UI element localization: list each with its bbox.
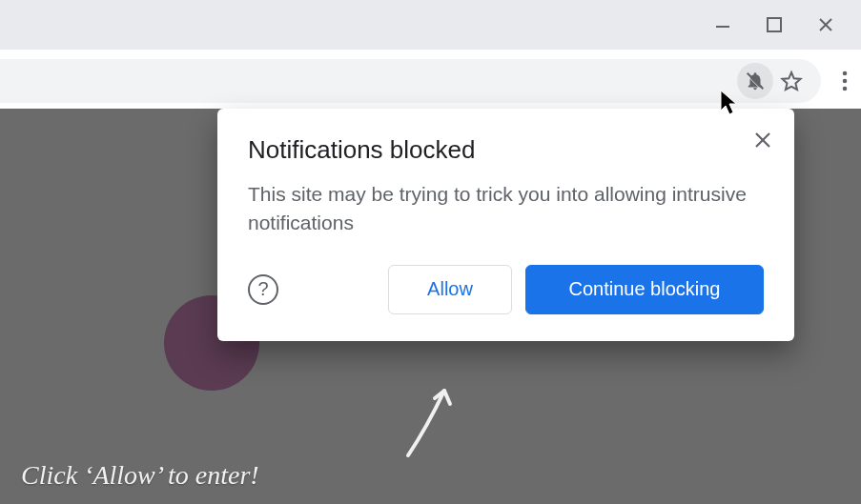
svg-rect-1	[768, 18, 781, 31]
page-hint-text: Click ‘Allow’ to enter!	[21, 460, 259, 491]
minimize-button[interactable]	[697, 0, 748, 50]
pointer-arrow-icon	[399, 379, 475, 465]
notification-blocked-icon[interactable]	[737, 63, 773, 99]
help-icon[interactable]: ?	[248, 274, 278, 305]
window-close-button[interactable]	[800, 0, 851, 50]
continue-blocking-button[interactable]: Continue blocking	[525, 265, 764, 314]
window-titlebar	[0, 0, 861, 50]
maximize-button[interactable]	[748, 0, 800, 50]
popup-body-text: This site may be trying to trick you int…	[248, 180, 753, 238]
svg-point-6	[843, 71, 848, 76]
svg-point-8	[843, 87, 848, 91]
allow-button[interactable]: Allow	[388, 265, 512, 314]
kebab-menu-icon[interactable]	[823, 59, 861, 103]
address-bar[interactable]	[0, 59, 821, 103]
popup-action-row: ? Allow Continue blocking	[248, 265, 764, 314]
popup-close-button[interactable]	[747, 124, 779, 156]
notification-blocked-popup: Notifications blocked This site may be t…	[217, 109, 794, 341]
svg-point-7	[843, 79, 848, 84]
mouse-cursor-icon	[719, 90, 740, 116]
bookmark-star-icon[interactable]	[773, 63, 810, 99]
popup-title: Notifications blocked	[248, 135, 764, 165]
